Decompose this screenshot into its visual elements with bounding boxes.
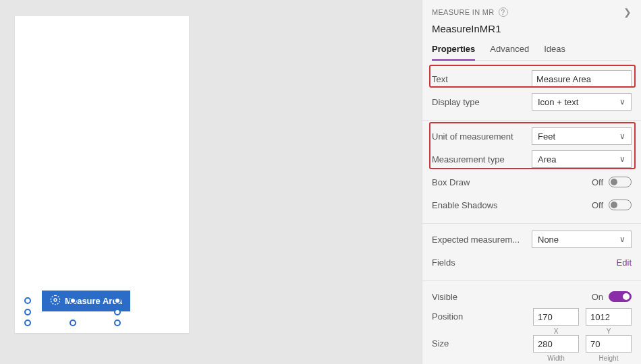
text-input[interactable] (532, 70, 632, 88)
label-visible: Visible (432, 292, 457, 302)
tabs: Properties Advanced Ideas (432, 44, 632, 61)
instance-name: MeasureInMR1 (432, 23, 632, 34)
size-height-input[interactable] (586, 335, 632, 353)
section-expected: Expected measurem... None ∨ Fields Edit (422, 224, 641, 281)
svg-point-0 (54, 299, 57, 301)
chevron-down-icon: ∨ (619, 97, 625, 107)
measure-icon (50, 295, 61, 307)
label-measurement-type: Measurement type (432, 154, 505, 164)
label-unit: Unit of measurement (432, 131, 513, 142)
label-enable-shadows: Enable Shadows (432, 200, 498, 210)
enable-shadows-toggle[interactable] (609, 200, 632, 210)
section-text-display: Text Display type Icon + text ∨ (422, 63, 641, 121)
label-fields: Fields (432, 257, 455, 268)
position-y-sublabel: Y (607, 328, 611, 335)
unit-dropdown[interactable]: Feet ∨ (532, 127, 632, 145)
position-x-input[interactable] (533, 308, 579, 326)
resize-handle-nw[interactable] (24, 297, 31, 304)
resize-handle-se[interactable] (114, 320, 121, 326)
resize-handle-ne[interactable] (114, 297, 121, 304)
label-size: Size (432, 335, 449, 348)
visible-toggle[interactable] (609, 291, 632, 302)
unit-value: Feet (538, 131, 555, 142)
size-height-sublabel: Height (599, 355, 619, 362)
expected-value: None (538, 235, 559, 245)
measurement-type-value: Area (538, 154, 556, 164)
section-layout: Visible On Position X Y Size (422, 281, 641, 364)
resize-handle-s[interactable] (69, 320, 76, 326)
chevron-down-icon: ∨ (619, 154, 625, 164)
expected-dropdown[interactable]: None ∨ (532, 231, 632, 248)
position-y-input[interactable] (586, 308, 632, 326)
display-type-dropdown[interactable]: Icon + text ∨ (532, 93, 632, 111)
phone-canvas[interactable]: Measure Area (15, 16, 189, 333)
tab-advanced[interactable]: Advanced (490, 44, 529, 60)
size-width-input[interactable] (533, 335, 579, 353)
resize-handle-e[interactable] (114, 309, 121, 315)
label-box-draw: Box Draw (432, 177, 470, 187)
size-width-sublabel: Width (547, 355, 565, 362)
resize-handle-w[interactable] (24, 309, 31, 315)
fields-edit-link[interactable]: Edit (617, 257, 632, 268)
help-icon[interactable]: ? (499, 7, 508, 17)
visible-state: On (592, 292, 603, 302)
enable-shadows-state: Off (592, 200, 603, 210)
chevron-right-icon[interactable]: ❯ (623, 7, 632, 18)
display-type-value: Icon + text (538, 97, 578, 107)
resize-handle-n[interactable] (69, 297, 76, 304)
box-draw-state: Off (592, 177, 603, 187)
section-measure: Unit of measurement Feet ∨ Measurement t… (422, 121, 641, 224)
box-draw-toggle[interactable] (609, 177, 632, 187)
canvas-area: Measure Area (0, 0, 422, 364)
tab-properties[interactable]: Properties (432, 44, 475, 61)
label-text: Text (432, 74, 448, 84)
position-x-sublabel: X (554, 328, 559, 335)
selection-outline: Measure Area (28, 301, 117, 322)
component-type-label: MEASURE IN MR (432, 8, 495, 16)
measurement-type-dropdown[interactable]: Area ∨ (532, 150, 632, 168)
chevron-down-icon: ∨ (619, 131, 625, 141)
properties-panel: MEASURE IN MR ? ❯ MeasureInMR1 Propertie… (422, 0, 641, 364)
label-expected: Expected measurem... (432, 235, 520, 245)
resize-handle-sw[interactable] (24, 320, 31, 326)
label-position: Position (432, 308, 463, 322)
panel-header: MEASURE IN MR ? ❯ MeasureInMR1 Propertie… (422, 0, 641, 63)
label-display-type: Display type (432, 97, 480, 107)
chevron-down-icon: ∨ (619, 235, 625, 244)
tab-ideas[interactable]: Ideas (544, 44, 565, 60)
